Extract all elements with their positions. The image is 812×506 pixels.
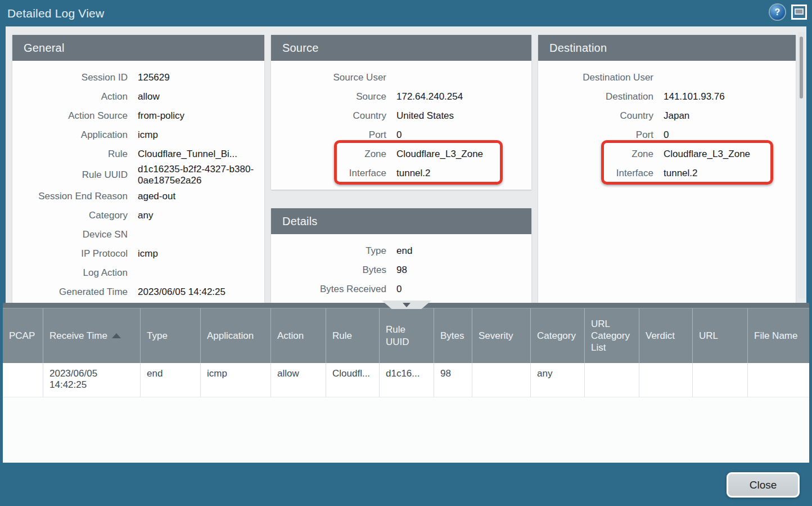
cell-url xyxy=(693,363,748,397)
destination-panel-title: Destination xyxy=(538,35,796,61)
column-header-severity[interactable]: Severity xyxy=(472,308,531,363)
destination-panel: Destination Destination User Destination… xyxy=(538,35,796,304)
column-header-category[interactable]: Category xyxy=(531,308,585,363)
titlebar: Detailed Log View ? xyxy=(0,0,812,26)
help-icon[interactable]: ? xyxy=(770,5,785,20)
cell-receive-time: 2023/06/05 14:42:25 xyxy=(43,363,141,397)
column-header-rule[interactable]: Rule xyxy=(326,308,380,363)
column-header-verdict[interactable]: Verdict xyxy=(639,308,693,363)
scrollbar-thumb[interactable] xyxy=(800,37,803,98)
source-row-interface: Interfacetunnel.2 xyxy=(271,164,531,183)
cell-application: icmp xyxy=(201,363,271,397)
column-header-action[interactable]: Action xyxy=(271,308,326,363)
chevron-down-icon xyxy=(403,303,410,307)
source-panel-title: Source xyxy=(271,35,531,61)
general-row-log-action: Log Action xyxy=(12,263,264,283)
log-detail-pane: General Session ID125629 Actionallow Act… xyxy=(6,26,806,304)
detailed-log-view-dialog: Detailed Log View ? General Session ID12… xyxy=(0,0,812,506)
cell-rule-uuid: d1c16... xyxy=(380,363,434,397)
general-row-session-id: Session ID125629 xyxy=(12,68,264,87)
column-header-receive-time[interactable]: Receive Time xyxy=(43,308,141,363)
cell-severity xyxy=(472,363,531,397)
cell-rule: Cloudfl... xyxy=(326,363,380,397)
general-panel-title: General xyxy=(12,35,264,61)
general-panel: General Session ID125629 Actionallow Act… xyxy=(12,35,264,304)
table-header-row: PCAP Receive Time Type Application Actio… xyxy=(3,308,809,363)
column-header-application[interactable]: Application xyxy=(201,308,271,363)
column-header-type[interactable]: Type xyxy=(141,308,201,363)
source-row-country: CountryUnited States xyxy=(271,106,531,126)
cell-action: allow xyxy=(271,363,326,397)
cell-file-name xyxy=(748,363,809,397)
column-header-file-name[interactable]: File Name xyxy=(748,308,809,363)
general-row-ip-protocol: IP Protocolicmp xyxy=(12,244,264,263)
details-row-type: Typeend xyxy=(271,241,531,261)
column-header-rule-uuid[interactable]: Rule UUID xyxy=(380,308,434,363)
source-row-port: Port0 xyxy=(271,126,531,145)
cell-url-category-list xyxy=(585,363,639,397)
window-icon[interactable] xyxy=(791,5,807,20)
table-empty-area xyxy=(3,397,809,463)
details-row-bytes: Bytes98 xyxy=(271,261,531,280)
general-row-application: Applicationicmp xyxy=(12,126,264,145)
destination-row-country: CountryJapan xyxy=(538,106,796,126)
details-panel-title: Details xyxy=(271,208,531,234)
general-row-session-end-reason: Session End Reasonaged-out xyxy=(12,187,264,206)
general-row-rule-uuid: Rule UUIDd1c16235-b2f2-4327-b380-0ae1875… xyxy=(12,164,264,187)
cell-pcap xyxy=(3,363,43,397)
general-row-rule: RuleCloudflare_Tunnel_Bi... xyxy=(12,145,264,164)
sort-ascending-icon xyxy=(112,333,121,338)
table-row[interactable]: 2023/06/05 14:42:25 end icmp allow Cloud… xyxy=(3,363,809,397)
source-row-zone: ZoneCloudflare_L3_Zone xyxy=(271,145,531,164)
details-panel: Details Typeend Bytes98 Bytes Received0 xyxy=(271,208,531,304)
column-header-bytes[interactable]: Bytes xyxy=(434,308,472,363)
cell-type: end xyxy=(141,363,201,397)
dialog-title: Detailed Log View xyxy=(7,0,104,26)
log-table: PCAP Receive Time Type Application Actio… xyxy=(3,303,809,463)
close-button[interactable]: Close xyxy=(727,472,800,498)
general-row-category: Categoryany xyxy=(12,206,264,225)
destination-row-zone: ZoneCloudflare_L3_Zone xyxy=(538,145,796,164)
destination-row-port: Port0 xyxy=(538,126,796,145)
general-row-action-source: Action Sourcefrom-policy xyxy=(12,106,264,126)
cell-verdict xyxy=(639,363,693,397)
general-row-action: Actionallow xyxy=(12,87,264,106)
column-header-pcap[interactable]: PCAP xyxy=(3,308,43,363)
destination-row-interface: Interfacetunnel.2 xyxy=(538,164,796,183)
source-panel: Source Source User Source172.64.240.254 … xyxy=(271,35,531,190)
column-header-url-category-list[interactable]: URL Category List xyxy=(585,308,639,363)
source-row-source-user: Source User xyxy=(271,68,531,87)
detail-pane-scrollbar[interactable] xyxy=(798,32,805,298)
general-row-generated-time: Generated Time2023/06/05 14:42:25 xyxy=(12,283,264,302)
source-row-source: Source172.64.240.254 xyxy=(271,87,531,106)
destination-row-destination-user: Destination User xyxy=(538,68,796,87)
column-header-url[interactable]: URL xyxy=(693,308,748,363)
window-icon-inner xyxy=(795,8,804,15)
cell-category: any xyxy=(531,363,585,397)
destination-row-destination: Destination141.101.93.76 xyxy=(538,87,796,106)
details-row-bytes-received: Bytes Received0 xyxy=(271,280,531,299)
general-row-device-sn: Device SN xyxy=(12,225,264,244)
cell-bytes: 98 xyxy=(434,363,472,397)
